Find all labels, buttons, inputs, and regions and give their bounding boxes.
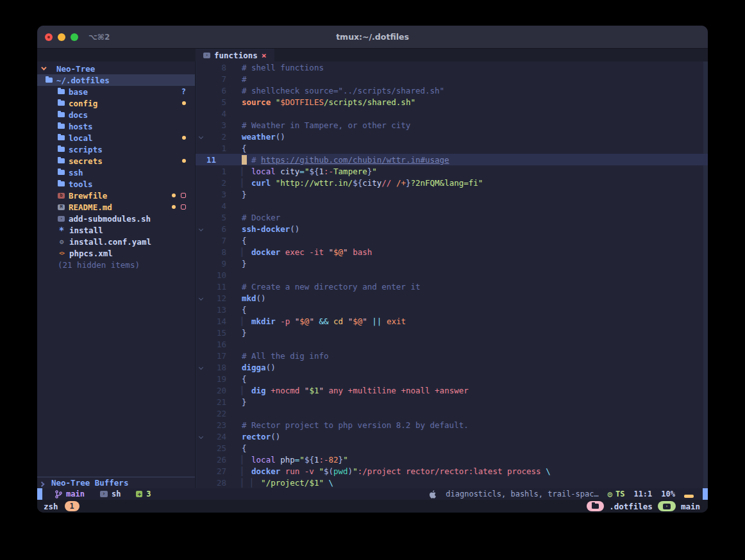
zoom-window-button[interactable]: [71, 33, 78, 41]
code-line[interactable]: 6ssh-docker(): [196, 223, 708, 235]
tree-item-dir-local[interactable]: local: [37, 132, 195, 144]
code-line[interactable]: 23# Rector project to php version 8.2 by…: [196, 419, 708, 431]
code-text: # Rector project to php version 8.2 by d…: [226, 420, 469, 430]
line-number: 19: [206, 374, 226, 384]
code-text: ▏ dig +nocmd "$1" any +multiline +noall …: [226, 386, 469, 395]
tree-item-label: config: [69, 99, 97, 108]
tree-item-dir-hosts[interactable]: hosts: [37, 120, 195, 132]
close-window-button[interactable]: [45, 33, 53, 41]
tab-close-icon[interactable]: ×: [262, 51, 267, 60]
tree-item-label: scripts: [69, 145, 103, 154]
code-line[interactable]: 15}: [196, 327, 708, 338]
fold-chevron-icon[interactable]: [196, 432, 206, 441]
tree-item-file-phpcs[interactable]: <>phpcs.xml: [37, 247, 195, 259]
code-line[interactable]: 26▏ local php="${1:-82}": [196, 454, 708, 465]
code-line[interactable]: 4: [196, 200, 708, 211]
xml-icon: <>: [58, 251, 65, 256]
tree-item-file-add-submodules[interactable]: ›add-submodules.sh: [37, 213, 195, 224]
code-line[interactable]: 22: [196, 408, 708, 419]
tree-item-dir-dotfiles[interactable]: ~/.dotfiles: [37, 74, 195, 86]
tree-item-dir-scripts[interactable]: scripts: [37, 144, 195, 155]
code-line[interactable]: 17# All the dig info: [196, 350, 708, 361]
code-line[interactable]: 1▏ local city="${1:-Tampere}": [196, 165, 708, 177]
code-text: # All the dig info: [226, 351, 328, 361]
code-line[interactable]: 10: [196, 269, 708, 281]
tree-item-file-brewfile[interactable]: bBrewfile: [37, 190, 195, 201]
code-line[interactable]: 27▏ docker run -v "$(pwd)":/project rect…: [196, 465, 708, 477]
neo-tree-buffers-header[interactable]: Neo-Tree Buffers: [37, 477, 195, 488]
fold-chevron-icon[interactable]: [196, 293, 206, 303]
tree-item-dir-tools[interactable]: tools: [37, 178, 195, 190]
code-line[interactable]: 14▏ mkdir -p "$@" && cd "$@" || exit: [196, 315, 708, 327]
code-text: rector(): [226, 432, 280, 441]
code-line[interactable]: 16: [196, 338, 708, 350]
code-line[interactable]: 24rector(): [196, 431, 708, 442]
folder-icon: [58, 181, 65, 186]
code-line[interactable]: 2weather(): [196, 131, 708, 142]
code-line[interactable]: 20▏ dig +nocmd "$1" any +multiline +noal…: [196, 384, 708, 396]
file-tree: Neo-Tree~/.dotfilesbase?configdocshostsl…: [37, 62, 195, 270]
code-line[interactable]: 18digga(): [196, 361, 708, 373]
code-line[interactable]: 21}: [196, 396, 708, 408]
code-line[interactable]: 7{: [196, 235, 708, 246]
line-number: 5: [206, 213, 226, 222]
code-line[interactable]: 28▏ ▏ "/project/$1" \: [196, 477, 708, 488]
code-text: }: [226, 190, 247, 199]
tree-item-dir-docs[interactable]: docs: [37, 109, 195, 120]
code-line[interactable]: 3}: [196, 188, 708, 200]
tree-item-label: ssh: [69, 168, 83, 177]
tree-item-hidden-items-note[interactable]: (21 hidden items): [37, 259, 195, 270]
code-line[interactable]: 2▏ curl "http://wttr.in/${city// /+}?2nF…: [196, 177, 708, 188]
tmux-session-badge[interactable]: [587, 501, 604, 511]
code-line[interactable]: 9}: [196, 258, 708, 269]
git-branch-icon: [55, 490, 62, 498]
minimize-window-button[interactable]: [58, 33, 65, 41]
code-line[interactable]: 4: [196, 108, 708, 119]
tree-item-file-install[interactable]: *install: [37, 224, 195, 236]
tree-item-dir-config[interactable]: config: [37, 97, 195, 109]
tree-item-tree-root[interactable]: Neo-Tree: [37, 63, 195, 74]
tree-item-file-install-conf[interactable]: ⚙install.conf.yaml: [37, 236, 195, 247]
code-line[interactable]: 7#: [196, 73, 708, 85]
folder-icon: [592, 504, 599, 509]
editor-pane[interactable]: 8# shell functions7#6# shellcheck source…: [196, 62, 708, 488]
code-line[interactable]: 12mkd(): [196, 292, 708, 304]
code-line[interactable]: 8# shell functions: [196, 62, 708, 73]
code-line[interactable]: 6# shellcheck source="../scripts/shared.…: [196, 85, 708, 96]
fold-chevron-icon[interactable]: [196, 132, 206, 142]
folder-icon: [58, 170, 65, 175]
sidebar-spacer: [37, 270, 195, 477]
code-line-current[interactable]: 11 # https://github.com/chubin/wttr.in#u…: [196, 154, 708, 165]
code-line[interactable]: 5source "$DOTFILES/scripts/shared.sh": [196, 96, 708, 108]
terminal-icon: ›: [663, 504, 671, 509]
titlebar[interactable]: ⌥⌘2 tmux:~/.dotfiles: [37, 26, 708, 49]
tree-item-dir-secrets[interactable]: secrets: [37, 155, 195, 167]
code-line[interactable]: 25{: [196, 442, 708, 454]
code-line[interactable]: 1{: [196, 142, 708, 154]
tree-item-label: Brewfile: [69, 191, 107, 201]
gear-icon: ⚙: [58, 238, 65, 246]
code-line[interactable]: 3# Weather in Tampere, or other city: [196, 119, 708, 131]
terminal-icon: ›: [100, 491, 108, 497]
code-text: {: [226, 443, 247, 453]
tab-functions[interactable]: › functions ×: [196, 49, 274, 62]
fold-chevron-icon[interactable]: [196, 224, 206, 234]
cursor-position: 11:1: [633, 490, 652, 498]
tmux-shell-label: zsh: [44, 502, 58, 511]
code-line[interactable]: 19{: [196, 373, 708, 384]
git-branch-label[interactable]: main: [66, 490, 85, 498]
badges: ?: [181, 87, 186, 96]
tree-item-dir-base[interactable]: base?: [37, 86, 195, 97]
tree-item-file-readme[interactable]: MREADME.md: [37, 201, 195, 213]
tmux-pane-badge[interactable]: ›: [658, 501, 676, 511]
tmux-window-badge[interactable]: 1: [65, 501, 80, 511]
code-line[interactable]: 5# Docker: [196, 211, 708, 223]
tree-item-label: tools: [69, 179, 93, 189]
tree-item-label: secrets: [69, 156, 103, 166]
code-line[interactable]: 11# Create a new directory and enter it: [196, 281, 708, 292]
line-number: 1: [206, 144, 226, 153]
tree-item-dir-ssh[interactable]: ssh: [37, 167, 195, 178]
code-line[interactable]: 8▏ docker exec -it "$@" bash: [196, 246, 708, 258]
code-line[interactable]: 13{: [196, 304, 708, 315]
fold-chevron-icon[interactable]: [196, 363, 206, 372]
